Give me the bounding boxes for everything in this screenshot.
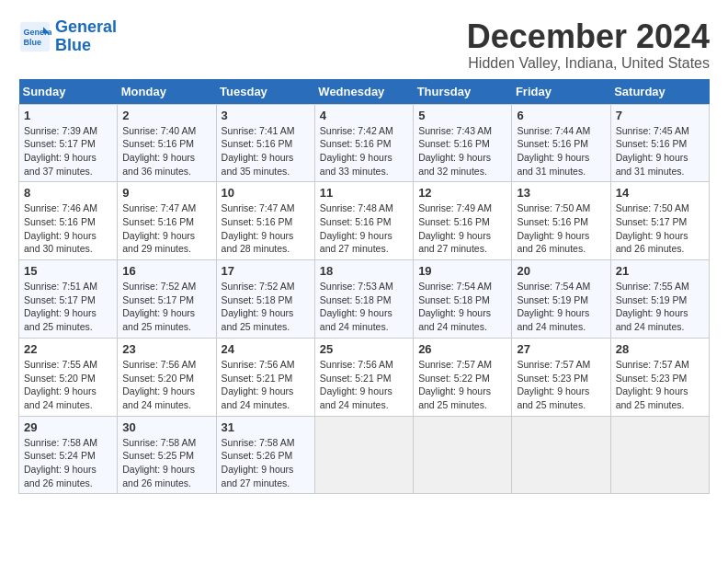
calendar-cell: 31Sunrise: 7:58 AMSunset: 5:26 PMDayligh… — [216, 416, 314, 494]
day-number: 25 — [320, 342, 408, 356]
calendar-cell: 19Sunrise: 7:54 AMSunset: 5:18 PMDayligh… — [414, 260, 512, 339]
calendar-cell — [314, 416, 413, 494]
day-number: 5 — [418, 109, 506, 122]
calendar-cell: 11Sunrise: 7:48 AMSunset: 5:16 PMDayligh… — [314, 182, 413, 260]
calendar-cell: 10Sunrise: 7:47 AMSunset: 5:16 PMDayligh… — [216, 182, 314, 260]
day-info: Sunrise: 7:48 AMSunset: 5:16 PMDaylight:… — [320, 201, 408, 256]
calendar-cell: 7Sunrise: 7:45 AMSunset: 5:16 PMDaylight… — [610, 104, 709, 182]
calendar-cell: 23Sunrise: 7:56 AMSunset: 5:20 PMDayligh… — [118, 338, 216, 416]
day-number: 23 — [122, 342, 210, 356]
day-info: Sunrise: 7:52 AMSunset: 5:18 PMDaylight:… — [222, 280, 310, 334]
calendar-cell: 30Sunrise: 7:58 AMSunset: 5:25 PMDayligh… — [118, 416, 216, 494]
subtitle: Hidden Valley, Indiana, United States — [467, 55, 710, 72]
calendar-cell: 25Sunrise: 7:56 AMSunset: 5:21 PMDayligh… — [314, 338, 413, 416]
day-number: 2 — [122, 109, 210, 122]
calendar-cell: 1Sunrise: 7:39 AMSunset: 5:17 PMDaylight… — [19, 104, 118, 182]
calendar-cell: 6Sunrise: 7:44 AMSunset: 5:16 PMDaylight… — [512, 104, 610, 182]
day-info: Sunrise: 7:44 AMSunset: 5:16 PMDaylight:… — [517, 124, 605, 178]
calendar-cell: 13Sunrise: 7:50 AMSunset: 5:16 PMDayligh… — [512, 182, 610, 260]
calendar-cell: 27Sunrise: 7:57 AMSunset: 5:23 PMDayligh… — [512, 338, 610, 416]
day-info: Sunrise: 7:47 AMSunset: 5:16 PMDaylight:… — [122, 201, 210, 256]
week-row-2: 8Sunrise: 7:46 AMSunset: 5:16 PMDaylight… — [19, 182, 710, 260]
day-number: 21 — [616, 264, 704, 278]
calendar-cell: 12Sunrise: 7:49 AMSunset: 5:16 PMDayligh… — [414, 182, 512, 260]
header-friday: Friday — [512, 79, 610, 105]
day-number: 26 — [418, 342, 506, 356]
logo-text: General Blue — [55, 18, 117, 55]
day-info: Sunrise: 7:58 AMSunset: 5:25 PMDaylight:… — [122, 436, 210, 490]
day-number: 13 — [517, 186, 605, 200]
week-row-3: 15Sunrise: 7:51 AMSunset: 5:17 PMDayligh… — [19, 260, 710, 339]
calendar-cell: 8Sunrise: 7:46 AMSunset: 5:16 PMDaylight… — [19, 182, 118, 260]
header-sunday: Sunday — [19, 79, 118, 105]
day-number: 1 — [24, 109, 112, 122]
header-thursday: Thursday — [414, 79, 512, 105]
calendar-cell: 2Sunrise: 7:40 AMSunset: 5:16 PMDaylight… — [118, 104, 216, 182]
day-number: 16 — [122, 264, 210, 278]
day-info: Sunrise: 7:55 AMSunset: 5:20 PMDaylight:… — [24, 358, 112, 412]
calendar-cell: 16Sunrise: 7:52 AMSunset: 5:17 PMDayligh… — [118, 260, 216, 339]
calendar-cell: 26Sunrise: 7:57 AMSunset: 5:22 PMDayligh… — [414, 338, 512, 416]
day-info: Sunrise: 7:52 AMSunset: 5:17 PMDaylight:… — [122, 280, 210, 334]
calendar-cell — [610, 416, 709, 494]
calendar-table: SundayMondayTuesdayWednesdayThursdayFrid… — [18, 79, 710, 495]
day-number: 30 — [122, 420, 210, 434]
day-info: Sunrise: 7:56 AMSunset: 5:21 PMDaylight:… — [222, 358, 310, 412]
day-info: Sunrise: 7:50 AMSunset: 5:17 PMDaylight:… — [616, 201, 704, 256]
day-number: 14 — [616, 186, 704, 200]
day-number: 10 — [222, 186, 310, 200]
day-number: 18 — [320, 264, 408, 278]
day-info: Sunrise: 7:42 AMSunset: 5:16 PMDaylight:… — [320, 124, 408, 178]
day-number: 9 — [122, 186, 210, 200]
week-row-5: 29Sunrise: 7:58 AMSunset: 5:24 PMDayligh… — [19, 416, 710, 494]
day-info: Sunrise: 7:41 AMSunset: 5:16 PMDaylight:… — [222, 124, 310, 178]
day-info: Sunrise: 7:40 AMSunset: 5:16 PMDaylight:… — [122, 124, 210, 178]
calendar-cell: 18Sunrise: 7:53 AMSunset: 5:18 PMDayligh… — [314, 260, 413, 339]
day-number: 15 — [24, 264, 112, 278]
day-number: 4 — [320, 109, 408, 122]
calendar-cell: 9Sunrise: 7:47 AMSunset: 5:16 PMDaylight… — [118, 182, 216, 260]
calendar-cell: 21Sunrise: 7:55 AMSunset: 5:19 PMDayligh… — [610, 260, 709, 339]
day-info: Sunrise: 7:57 AMSunset: 5:22 PMDaylight:… — [418, 358, 506, 412]
day-info: Sunrise: 7:58 AMSunset: 5:24 PMDaylight:… — [24, 436, 112, 490]
day-info: Sunrise: 7:47 AMSunset: 5:16 PMDaylight:… — [222, 201, 310, 256]
calendar-header: SundayMondayTuesdayWednesdayThursdayFrid… — [19, 79, 710, 105]
day-info: Sunrise: 7:39 AMSunset: 5:17 PMDaylight:… — [24, 124, 112, 178]
day-info: Sunrise: 7:54 AMSunset: 5:18 PMDaylight:… — [418, 280, 506, 334]
day-info: Sunrise: 7:51 AMSunset: 5:17 PMDaylight:… — [24, 280, 112, 334]
day-number: 6 — [517, 109, 605, 122]
day-number: 7 — [616, 109, 704, 122]
day-info: Sunrise: 7:58 AMSunset: 5:26 PMDaylight:… — [222, 436, 310, 490]
day-info: Sunrise: 7:57 AMSunset: 5:23 PMDaylight:… — [616, 358, 704, 412]
day-number: 8 — [24, 186, 112, 200]
calendar-cell: 20Sunrise: 7:54 AMSunset: 5:19 PMDayligh… — [512, 260, 610, 339]
day-number: 11 — [320, 186, 408, 200]
day-info: Sunrise: 7:50 AMSunset: 5:16 PMDaylight:… — [517, 201, 605, 256]
day-info: Sunrise: 7:53 AMSunset: 5:18 PMDaylight:… — [320, 280, 408, 334]
header-wednesday: Wednesday — [314, 79, 413, 105]
calendar-cell: 24Sunrise: 7:56 AMSunset: 5:21 PMDayligh… — [216, 338, 314, 416]
calendar-cell: 3Sunrise: 7:41 AMSunset: 5:16 PMDaylight… — [216, 104, 314, 182]
day-number: 12 — [418, 186, 506, 200]
day-number: 20 — [517, 264, 605, 278]
day-info: Sunrise: 7:54 AMSunset: 5:19 PMDaylight:… — [517, 280, 605, 334]
calendar-cell — [414, 416, 512, 494]
day-info: Sunrise: 7:57 AMSunset: 5:23 PMDaylight:… — [517, 358, 605, 412]
calendar-cell: 17Sunrise: 7:52 AMSunset: 5:18 PMDayligh… — [216, 260, 314, 339]
day-number: 27 — [517, 342, 605, 356]
header-row: SundayMondayTuesdayWednesdayThursdayFrid… — [19, 79, 710, 105]
calendar-cell: 15Sunrise: 7:51 AMSunset: 5:17 PMDayligh… — [19, 260, 118, 339]
calendar-cell: 22Sunrise: 7:55 AMSunset: 5:20 PMDayligh… — [19, 338, 118, 416]
day-number: 17 — [222, 264, 310, 278]
day-number: 19 — [418, 264, 506, 278]
day-number: 22 — [24, 342, 112, 356]
calendar-body: 1Sunrise: 7:39 AMSunset: 5:17 PMDaylight… — [19, 104, 710, 494]
calendar-cell — [512, 416, 610, 494]
day-number: 31 — [222, 420, 310, 434]
day-info: Sunrise: 7:45 AMSunset: 5:16 PMDaylight:… — [616, 124, 704, 178]
calendar-cell: 28Sunrise: 7:57 AMSunset: 5:23 PMDayligh… — [610, 338, 709, 416]
header-saturday: Saturday — [610, 79, 709, 105]
day-info: Sunrise: 7:49 AMSunset: 5:16 PMDaylight:… — [418, 201, 506, 256]
day-number: 24 — [222, 342, 310, 356]
day-info: Sunrise: 7:46 AMSunset: 5:16 PMDaylight:… — [24, 201, 112, 256]
